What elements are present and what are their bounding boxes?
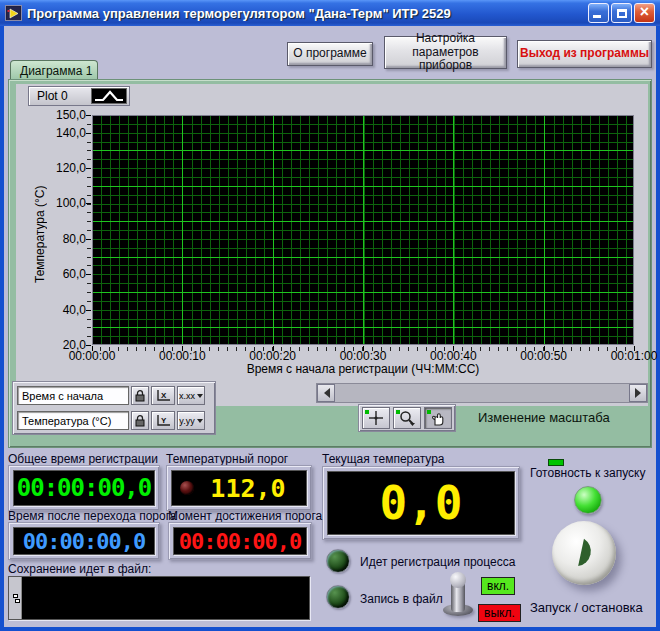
lock-icon — [135, 390, 145, 402]
y-scale-lock-button[interactable] — [131, 411, 149, 430]
exit-button[interactable]: Выход из программы — [517, 40, 652, 68]
x-tick-label: 00:00:10 — [147, 349, 217, 363]
app-icon — [5, 5, 22, 21]
title-bar: Программа управления терморегулятором "Д… — [0, 0, 660, 26]
minimize-button[interactable] — [588, 3, 609, 23]
about-button[interactable]: О программе — [287, 42, 373, 66]
hand-icon — [430, 410, 446, 426]
y-tick-label: 140,0 — [34, 126, 86, 140]
maximize-button[interactable] — [611, 3, 632, 23]
file-write-led — [326, 585, 350, 609]
magnifier-icon — [398, 410, 416, 426]
zoom-tool-button[interactable] — [393, 407, 421, 429]
settings-button[interactable]: Настройка параметров приборов — [384, 36, 507, 69]
x-scrollbar-track[interactable] — [335, 384, 629, 402]
labview-arrow-icon — [7, 7, 20, 20]
app-window: Программа управления терморегулятором "Д… — [0, 0, 660, 631]
crosshair-icon — [367, 410, 385, 426]
y-tick-mark — [86, 168, 91, 169]
plot-area[interactable] — [92, 115, 634, 345]
scroll-left-button[interactable] — [317, 384, 335, 402]
x-tick-mark — [634, 346, 635, 351]
registration-label: Идет регистрация процесса — [360, 555, 515, 569]
dropdown-icon — [197, 394, 203, 401]
y-tick-mark — [86, 115, 91, 116]
arrow-left-icon — [319, 388, 330, 398]
settings-button-label: Настройка параметров приборов — [385, 32, 506, 73]
graph-palette — [358, 404, 456, 432]
x-tick-mark — [363, 346, 364, 351]
x-format-label: x.xx — [179, 391, 195, 401]
start-stop-icon — [564, 533, 604, 573]
file-write-switch[interactable] — [440, 570, 476, 618]
x-tick-mark — [453, 346, 454, 351]
scroll-right-button[interactable] — [629, 384, 647, 402]
x-scale-lock-button[interactable] — [131, 386, 149, 405]
total-time-value: 00:00:00,0 — [17, 474, 152, 502]
current-temp-label: Текущая температура — [322, 452, 444, 466]
x-format-button[interactable]: x.xx — [177, 386, 205, 405]
x-tick-label: 00:01:00 — [599, 349, 660, 363]
y-scale-name[interactable]: Температура (°C) — [17, 411, 129, 430]
switch-knob[interactable] — [450, 572, 466, 588]
scale-legend: Время с начала X x.xx Температура (°C) — [12, 381, 216, 435]
minimize-icon — [593, 15, 601, 18]
y-tick-mark — [86, 310, 91, 311]
y-tick-mark — [86, 345, 91, 346]
x-tick-mark — [182, 346, 183, 351]
x-tick-label: 00:00:50 — [509, 349, 579, 363]
x-scale-row: Время с начала X x.xx — [17, 385, 211, 406]
start-stop-button[interactable] — [552, 521, 616, 585]
total-time-display: 00:00:00,0 — [8, 465, 160, 511]
arrow-right-icon — [635, 388, 646, 398]
threshold-moment-label: Момент достижения порога — [168, 509, 322, 523]
y-scale-row: Температура (°C) Y y.yy — [17, 410, 211, 431]
pan-tool-button[interactable] — [424, 407, 452, 429]
lock-icon — [135, 415, 145, 427]
y-minor-ticks — [87, 116, 91, 346]
tab-label: Диаграмма 1 — [20, 64, 92, 78]
close-button[interactable]: × — [634, 3, 655, 23]
file-path-control[interactable] — [8, 576, 310, 620]
file-path-value — [22, 577, 309, 619]
time-after-display: 00:00:00,0 — [8, 522, 160, 560]
about-button-label: О программе — [293, 47, 366, 61]
x-scrollbar[interactable] — [316, 383, 648, 403]
exit-button-label: Выход из программы — [520, 47, 649, 61]
threshold-value[interactable]: 112,0 — [210, 474, 285, 503]
start-stop-label: Запуск / остановка — [530, 600, 643, 615]
x-tick-label: 00:00:30 — [328, 349, 398, 363]
threshold-moment-display: 00:00:00,0 — [168, 522, 312, 560]
path-browse-icon[interactable] — [9, 577, 22, 619]
tool-active-dot — [396, 410, 400, 414]
y-autoscale-button[interactable]: Y — [151, 411, 175, 430]
current-temp-value: 0,0 — [379, 476, 462, 530]
x-scale-name[interactable]: Время с начала — [17, 386, 129, 405]
y-tick-mark — [86, 274, 91, 275]
plot-line-swatch-icon — [91, 88, 127, 104]
y-tick-label: 150,0 — [34, 108, 86, 122]
threshold-led — [180, 481, 194, 495]
y-format-button[interactable]: y.yy — [177, 411, 205, 430]
svg-text:X: X — [161, 391, 167, 400]
plot-legend[interactable]: Plot 0 — [28, 86, 130, 106]
threshold-display: 112,0 — [166, 465, 312, 511]
y-tick-label: 40,0 — [34, 303, 86, 317]
x-tick-label: 00:00:20 — [238, 349, 308, 363]
x-autoscale-button[interactable]: X — [151, 386, 175, 405]
tab-diagram-1[interactable]: Диаграмма 1 — [10, 60, 98, 80]
maximize-icon — [617, 9, 627, 18]
switch-on-label: вкл. — [481, 577, 515, 595]
y-tick-label: 100,0 — [34, 196, 86, 210]
cursor-tool-button[interactable] — [362, 407, 390, 429]
total-time-label: Общее время регистрации — [8, 452, 158, 466]
x-tick-label: 00:00:00 — [57, 349, 127, 363]
y-tick-label: 120,0 — [34, 161, 86, 175]
x-tick-mark — [92, 346, 93, 351]
temp-status-indicator — [548, 459, 564, 466]
x-axis-icon: X — [154, 388, 172, 403]
threshold-moment-value: 00:00:00,0 — [179, 529, 301, 554]
x-axis-title: Время с начала регистрации (ЧЧ:ММ:СС) — [92, 362, 634, 376]
file-save-label: Сохранение идет в файл: — [8, 562, 151, 576]
threshold-label: Температурный порог — [166, 452, 288, 466]
